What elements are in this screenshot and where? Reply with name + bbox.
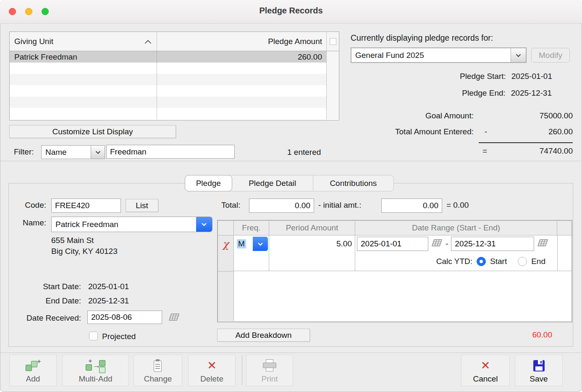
breakdown-body: χ M 5.00 bbox=[218, 235, 572, 321]
add-button[interactable]: + Add bbox=[9, 355, 57, 386]
filter-input[interactable] bbox=[106, 145, 235, 159]
address-line2: Big City, KY 40123 bbox=[51, 247, 118, 256]
name-dropdown-value: Patrick Freedman bbox=[52, 217, 196, 232]
freq-value: M bbox=[235, 237, 253, 251]
breakdown-row: M 5.00 bbox=[234, 235, 572, 271]
end-date-value: 2025-12-31 bbox=[88, 296, 129, 306]
calendar-icon[interactable] bbox=[431, 239, 443, 249]
scrollbar-track[interactable] bbox=[326, 108, 339, 119]
breakdown-header-spacer bbox=[557, 221, 572, 235]
goal-amount-label: Goal Amount: bbox=[425, 111, 474, 120]
start-date-label: Start Date: bbox=[14, 282, 81, 291]
scrollbar-track[interactable] bbox=[326, 97, 339, 108]
table-row-selected[interactable]: Patrick Freedman 260.00 bbox=[10, 51, 339, 63]
modify-button[interactable]: Modify bbox=[531, 48, 570, 63]
list-button[interactable]: List bbox=[126, 199, 158, 212]
tab-pledge-detail[interactable]: Pledge Detail bbox=[232, 175, 313, 191]
calc-ytd-row: Calc YTD: Start End bbox=[234, 252, 572, 271]
table-row-empty bbox=[10, 85, 339, 97]
calendar-icon[interactable] bbox=[537, 239, 548, 249]
scrollbar-track[interactable] bbox=[326, 85, 339, 97]
change-icon bbox=[153, 357, 163, 374]
chevron-down-icon[interactable] bbox=[253, 237, 268, 251]
pledge-end-line: Pledge End: 2025-12-31 bbox=[462, 89, 552, 98]
button-label: Add bbox=[26, 374, 40, 384]
table-cell-empty bbox=[157, 108, 326, 119]
tab-contributions[interactable]: Contributions bbox=[313, 175, 393, 191]
code-input[interactable] bbox=[51, 199, 121, 213]
table-cell-empty bbox=[10, 74, 157, 85]
calc-ytd-label: Calc YTD: bbox=[436, 257, 472, 266]
cancel-button[interactable]: ✕ Cancel bbox=[461, 355, 510, 386]
button-label: Change bbox=[144, 374, 172, 384]
table-cell-empty bbox=[10, 97, 157, 108]
freq-dropdown[interactable]: M bbox=[235, 237, 268, 251]
table-cell-empty bbox=[10, 108, 157, 119]
chi-delete-icon[interactable]: χ bbox=[218, 235, 233, 253]
grid-line bbox=[557, 235, 558, 271]
titlebar: Pledge Records bbox=[0, 0, 582, 24]
table-cell-empty bbox=[157, 63, 326, 74]
column-header-pledge-amount[interactable]: Pledge Amount bbox=[157, 32, 326, 51]
pledge-start-value: 2025-01-01 bbox=[511, 72, 552, 81]
button-label: Save bbox=[530, 374, 548, 384]
add-breakdown-button[interactable]: Add Breakdown bbox=[217, 329, 310, 342]
column-header-giving-unit[interactable]: Giving Unit bbox=[10, 32, 157, 51]
date-end-input[interactable] bbox=[451, 237, 534, 251]
radio-end[interactable] bbox=[518, 257, 527, 266]
button-label: Cancel bbox=[473, 374, 498, 384]
scrollbar-track[interactable] bbox=[326, 74, 339, 85]
fund-heading: Currently displaying pledge records for: bbox=[351, 33, 493, 43]
breakdown-annual-total: 60.00 bbox=[532, 330, 552, 340]
start-date-value: 2025-01-01 bbox=[88, 282, 129, 291]
total-label: Total: bbox=[221, 201, 240, 210]
tab-pledge[interactable]: Pledge bbox=[185, 175, 232, 191]
button-label: Add Breakdown bbox=[235, 331, 291, 340]
pledge-end-value: 2025-12-31 bbox=[511, 89, 552, 98]
radio-start[interactable] bbox=[477, 257, 486, 266]
total-input[interactable] bbox=[249, 199, 314, 213]
date-range-cell: - bbox=[355, 235, 572, 252]
chevron-down-icon[interactable] bbox=[91, 146, 105, 159]
grid-line bbox=[218, 271, 234, 272]
giving-unit-table: Giving Unit Pledge Amount Patrick Freedm… bbox=[9, 31, 339, 120]
radio-end-label: End bbox=[531, 257, 545, 266]
multi-add-button[interactable]: + → Multi-Add bbox=[62, 355, 129, 386]
scrollbar-track[interactable] bbox=[326, 63, 339, 74]
breakdown-row-inputs: M 5.00 bbox=[234, 235, 572, 252]
fund-dropdown[interactable]: General Fund 2025 bbox=[351, 47, 527, 63]
filter-field-dropdown[interactable]: Name bbox=[41, 145, 105, 159]
breakdown-row-header-column: χ bbox=[218, 235, 234, 321]
calendar-icon[interactable] bbox=[168, 313, 180, 323]
multi-add-icon: + → bbox=[86, 357, 106, 374]
scrollbar-corner bbox=[330, 38, 336, 45]
save-button[interactable]: Save bbox=[515, 355, 563, 386]
button-label: Customize List Display bbox=[52, 127, 133, 136]
tab-bar: Pledge Pledge Detail Contributions bbox=[185, 175, 394, 191]
date-received-input[interactable] bbox=[87, 311, 162, 324]
delete-button[interactable]: ✕ Delete bbox=[188, 355, 236, 386]
customize-list-display-button[interactable]: Customize List Display bbox=[9, 125, 176, 138]
sum-divider bbox=[479, 142, 573, 143]
table-row-empty bbox=[10, 108, 339, 119]
scrollbar-track[interactable] bbox=[326, 51, 339, 63]
change-button[interactable]: Change bbox=[134, 355, 182, 386]
chevron-down-icon[interactable] bbox=[196, 217, 212, 232]
chevron-down-icon[interactable] bbox=[511, 48, 526, 62]
cancel-x-icon: ✕ bbox=[481, 357, 490, 374]
button-label: Print bbox=[261, 374, 278, 384]
address-line1: 655 Main St bbox=[51, 236, 94, 245]
print-button[interactable]: Print bbox=[246, 355, 293, 386]
date-start-input[interactable] bbox=[357, 237, 428, 251]
total-entered-value: 260.00 bbox=[548, 127, 573, 136]
goal-amount-value: 75000.00 bbox=[540, 111, 573, 120]
name-dropdown[interactable]: Patrick Freedman bbox=[51, 217, 212, 232]
remaining-value: 74740.00 bbox=[540, 146, 573, 156]
breakdown-header-period-amount: Period Amount bbox=[269, 221, 355, 235]
projected-checkbox[interactable] bbox=[89, 332, 98, 340]
breakdown-header-date-range: Date Range (Start - End) bbox=[355, 221, 557, 235]
button-label: Multi-Add bbox=[79, 374, 112, 384]
delete-x-icon: ✕ bbox=[207, 357, 217, 374]
initial-amount-input[interactable] bbox=[381, 199, 442, 213]
period-amount-cell[interactable]: 5.00 bbox=[269, 235, 355, 252]
